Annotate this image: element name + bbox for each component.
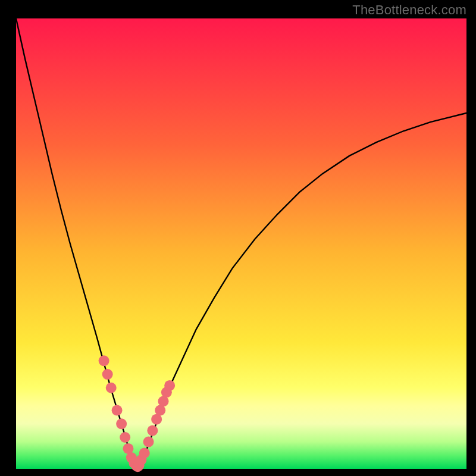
marker-bead: [120, 432, 130, 443]
marker-bead: [106, 383, 117, 393]
marker-bead: [139, 448, 150, 459]
marker-bead: [147, 425, 158, 436]
marker-bead: [102, 369, 113, 380]
marker-bead: [99, 355, 109, 366]
marker-bead: [116, 418, 127, 429]
plot-background: [16, 18, 466, 469]
figure-frame: TheBottleneck.com: [0, 0, 476, 476]
bottleneck-curve-chart: [0, 0, 476, 476]
marker-bead: [164, 380, 175, 391]
marker-bead: [112, 405, 123, 416]
marker-bead: [143, 437, 154, 447]
